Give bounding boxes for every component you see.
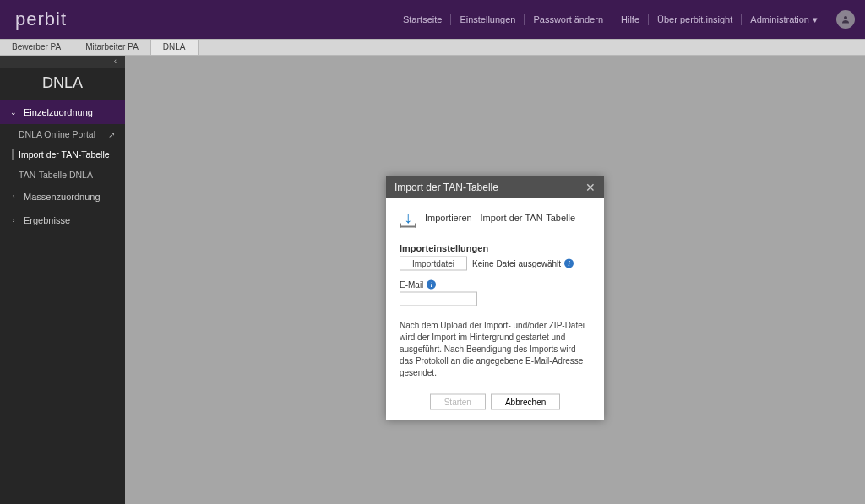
chevron-right-icon: › [10,216,17,225]
external-link-icon: ↗ [108,130,115,139]
crumb-mitarbeiter[interactable]: Mitarbeiter PA [73,40,151,55]
sidebar-item-label: DNLA Online Portal [19,129,95,139]
caret-down-icon: ▾ [813,14,818,25]
modal-header: Import der TAN-Tabelle ✕ [386,176,604,198]
sidebar-group-label: Massenzuordnung [24,192,101,202]
modal-footer: Starten Abbrechen [386,387,604,420]
sidebar-group-einzelzuordnung[interactable]: ⌄ Einzelzuordnung [0,100,125,124]
start-button[interactable]: Starten [430,393,486,409]
cancel-button[interactable]: Abbrechen [491,393,560,409]
sidebar-item-label: Import der TAN-Tabelle [19,149,110,160]
sidebar-collapse[interactable]: ‹ [0,56,125,68]
person-icon [841,14,851,24]
email-field[interactable] [400,291,477,306]
info-icon[interactable]: i [564,258,574,268]
sidebar-group-ergebnisse[interactable]: › Ergebnisse [0,209,125,232]
choose-file-button[interactable]: Importdatei [400,256,467,270]
import-icon: ↓ [400,208,416,227]
chevron-down-icon: ⌄ [10,108,17,117]
import-description: Nach dem Upload der Import- und/oder ZIP… [400,319,590,378]
nav-administration-label: Administration [750,14,809,25]
download-tray-icon [400,223,416,227]
sidebar-item-import-tan[interactable]: Import der TAN-Tabelle [0,144,125,165]
top-nav: Startseite Einstellungen Passwort ändern… [394,10,855,29]
file-status: Keine Datei ausgewählt i [472,258,574,268]
file-row: Importdatei Keine Datei ausgewählt i [400,256,590,270]
chevron-left-icon: ‹ [114,57,117,66]
modal-body: ↓ Importieren - Import der TAN-Tabelle I… [386,198,604,387]
import-settings-label: Importeinstellungen [400,242,590,252]
email-label-text: E-Mail [400,279,423,289]
crumb-bewerber[interactable]: Bewerber PA [0,40,73,55]
download-arrow-icon: ↓ [404,208,412,225]
chevron-right-icon: › [10,192,17,201]
user-avatar[interactable] [836,10,855,29]
nav-administration[interactable]: Administration ▾ [741,14,826,25]
sidebar-item-tan-tabelle[interactable]: TAN-Tabelle DNLA [0,165,125,185]
nav-startseite[interactable]: Startseite [394,14,450,25]
modal-heading: Importieren - Import der TAN-Tabelle [425,213,575,223]
breadcrumb-bar: Bewerber PA Mitarbeiter PA DNLA [0,39,865,56]
sidebar-group-label: Einzelzuordnung [24,107,93,117]
close-icon[interactable]: ✕ [585,181,596,192]
main-area: ‹ DNLA ⌄ Einzelzuordnung DNLA Online Por… [0,56,865,504]
info-icon[interactable]: i [427,279,436,289]
sidebar-item-dnla-online-portal[interactable]: DNLA Online Portal ↗ [0,124,125,144]
sidebar-item-label: TAN-Tabelle DNLA [19,170,93,180]
nav-einstellungen[interactable]: Einstellungen [450,14,524,25]
email-row: E-Mail i [400,279,590,306]
modal-title: Import der TAN-Tabelle [394,181,498,192]
nav-about[interactable]: Über perbit.insight [648,14,741,25]
sidebar-group-label: Ergebnisse [24,215,70,225]
crumb-dnla[interactable]: DNLA [151,40,199,55]
svg-point-0 [844,16,847,19]
sidebar-title: DNLA [0,68,125,100]
sidebar: ‹ DNLA ⌄ Einzelzuordnung DNLA Online Por… [0,56,125,504]
modal-import-tan: Import der TAN-Tabelle ✕ ↓ Importieren -… [386,176,604,420]
logo: perbit [15,8,67,30]
top-bar: perbit Startseite Einstellungen Passwort… [0,0,865,39]
file-status-text: Keine Datei ausgewählt [472,258,561,268]
email-label: E-Mail i [400,279,436,289]
modal-heading-row: ↓ Importieren - Import der TAN-Tabelle [400,208,590,227]
nav-hilfe[interactable]: Hilfe [612,14,648,25]
sidebar-group-massenzuordnung[interactable]: › Massenzuordnung [0,185,125,209]
nav-passwort[interactable]: Passwort ändern [524,14,612,25]
content-area: Import der TAN-Tabelle ✕ ↓ Importieren -… [125,56,865,504]
